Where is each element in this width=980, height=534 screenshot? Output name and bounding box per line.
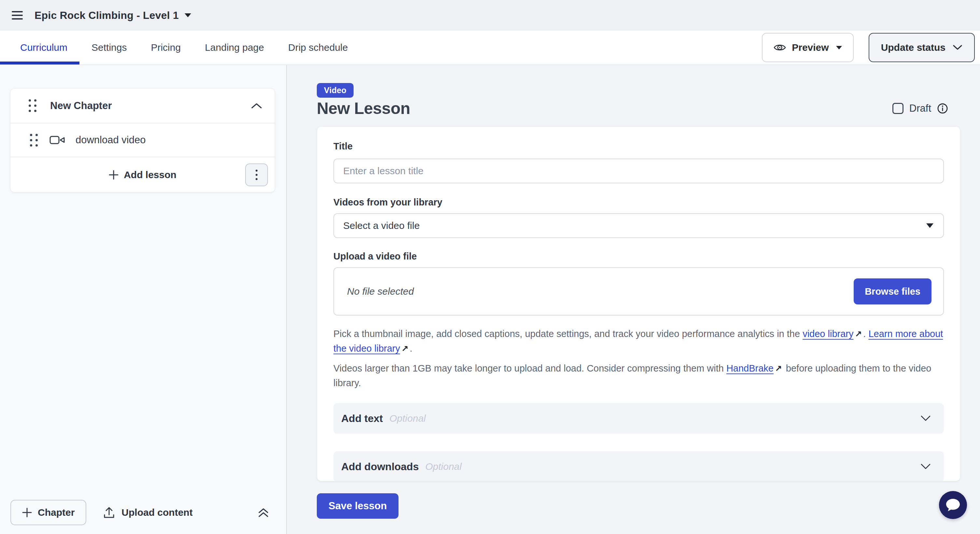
browse-files-button[interactable]: Browse files bbox=[854, 278, 931, 304]
add-chapter-button[interactable]: Chapter bbox=[10, 500, 86, 525]
help-text-segment: . bbox=[410, 343, 412, 354]
tab-landing-page[interactable]: Landing page bbox=[193, 30, 276, 65]
lesson-row[interactable]: download video bbox=[10, 123, 275, 157]
add-lesson-button[interactable]: Add lesson bbox=[109, 169, 177, 180]
caret-down-icon bbox=[926, 223, 934, 228]
add-chapter-label: Chapter bbox=[38, 507, 75, 518]
optional-hint: Optional bbox=[390, 413, 426, 424]
chevron-down-icon bbox=[920, 415, 931, 422]
help-paragraph-1: Pick a thumbnail image, add closed capti… bbox=[333, 327, 944, 356]
course-title: Epic Rock Climbing - Level 1 bbox=[35, 10, 179, 22]
help-text: Pick a thumbnail image, add closed capti… bbox=[333, 327, 944, 390]
speech-bubble-icon bbox=[945, 497, 961, 512]
lesson-editor: Video New Lesson Draft Title bbox=[287, 65, 980, 534]
help-text-segment: Pick a thumbnail image, add closed capti… bbox=[333, 329, 803, 339]
lesson-form-card: Title Videos from your library Select a … bbox=[317, 126, 961, 481]
chapter-menu-button[interactable] bbox=[245, 164, 268, 186]
video-camera-icon bbox=[49, 135, 65, 146]
external-link-icon: ↗ bbox=[401, 344, 409, 354]
optional-hint: Optional bbox=[425, 461, 462, 472]
video-library-select-value: Select a video file bbox=[343, 220, 420, 231]
help-text-segment: . bbox=[863, 329, 868, 339]
body: New Chapter download video bbox=[0, 65, 980, 534]
lesson-title: download video bbox=[76, 134, 146, 146]
upload-icon bbox=[103, 506, 115, 519]
update-status-label: Update status bbox=[881, 42, 945, 53]
draft-checkbox[interactable] bbox=[892, 103, 904, 114]
chevron-up-icon[interactable] bbox=[251, 102, 262, 110]
add-lesson-label: Add lesson bbox=[124, 169, 177, 180]
chapter-card: New Chapter download video bbox=[10, 88, 275, 192]
tab-drip-schedule[interactable]: Drip schedule bbox=[276, 30, 360, 65]
video-library-select[interactable]: Select a video file bbox=[333, 213, 944, 238]
chapter-footer: Add lesson bbox=[10, 157, 275, 192]
lesson-type-badge: Video bbox=[317, 83, 353, 98]
handbrake-link[interactable]: HandBrake bbox=[726, 363, 773, 373]
plus-icon bbox=[109, 170, 119, 180]
sidebar-footer: Chapter Upload content bbox=[0, 491, 286, 534]
chevron-down-icon bbox=[920, 463, 931, 470]
title-field-label: Title bbox=[333, 141, 944, 152]
tab-curriculum[interactable]: Curriculum bbox=[0, 30, 80, 65]
video-library-link[interactable]: video library bbox=[803, 329, 853, 339]
no-file-text: No file selected bbox=[347, 286, 414, 297]
add-text-label: Add text bbox=[341, 413, 383, 424]
external-link-icon: ↗ bbox=[775, 364, 782, 373]
collapse-all-icon[interactable] bbox=[258, 507, 269, 518]
curriculum-sidebar: New Chapter download video bbox=[0, 65, 287, 534]
menu-icon[interactable] bbox=[12, 11, 23, 19]
tabs: Curriculum Settings Pricing Landing page… bbox=[0, 30, 360, 65]
drag-handle-icon[interactable] bbox=[29, 99, 37, 112]
drag-handle-icon[interactable] bbox=[30, 134, 38, 146]
heading-row: New Lesson Draft bbox=[317, 99, 961, 118]
upload-content-button[interactable]: Upload content bbox=[103, 506, 192, 519]
chevron-down-icon bbox=[953, 44, 963, 51]
draft-control: Draft bbox=[892, 103, 948, 114]
eye-icon bbox=[773, 43, 786, 52]
info-icon[interactable] bbox=[937, 103, 948, 114]
chat-widget-button[interactable] bbox=[939, 491, 967, 519]
draft-label: Draft bbox=[909, 103, 931, 114]
preview-button[interactable]: Preview bbox=[762, 33, 853, 62]
add-downloads-label: Add downloads bbox=[341, 461, 419, 473]
preview-label: Preview bbox=[792, 42, 829, 53]
page-title: New Lesson bbox=[317, 99, 410, 118]
caret-down-icon bbox=[836, 46, 842, 49]
add-downloads-accordion[interactable]: Add downloads Optional bbox=[333, 451, 944, 481]
chapter-title: New Chapter bbox=[50, 100, 112, 112]
tab-settings[interactable]: Settings bbox=[80, 30, 139, 65]
save-lesson-button[interactable]: Save lesson bbox=[317, 493, 399, 519]
tab-actions: Preview Update status bbox=[762, 30, 980, 65]
upload-field-label: Upload a video file bbox=[333, 251, 944, 262]
course-switcher[interactable]: Epic Rock Climbing - Level 1 bbox=[35, 10, 191, 22]
course-builder-app: Epic Rock Climbing - Level 1 Curriculum … bbox=[0, 0, 980, 534]
plus-icon bbox=[22, 508, 32, 517]
add-text-accordion[interactable]: Add text Optional bbox=[333, 403, 944, 434]
help-text-segment: Videos larger than 1GB may take longer t… bbox=[333, 363, 726, 373]
help-paragraph-2: Videos larger than 1GB may take longer t… bbox=[333, 361, 944, 390]
lesson-title-input[interactable] bbox=[333, 159, 944, 183]
chapter-header: New Chapter bbox=[10, 89, 275, 123]
upload-dropzone[interactable]: No file selected Browse files bbox=[333, 267, 944, 316]
update-status-button[interactable]: Update status bbox=[869, 33, 975, 62]
tabbar: Curriculum Settings Pricing Landing page… bbox=[0, 30, 980, 65]
library-field-label: Videos from your library bbox=[333, 197, 944, 208]
upload-content-label: Upload content bbox=[121, 507, 192, 518]
topbar: Epic Rock Climbing - Level 1 bbox=[0, 0, 980, 30]
caret-down-icon bbox=[185, 13, 191, 17]
external-link-icon: ↗ bbox=[855, 329, 862, 339]
tab-pricing[interactable]: Pricing bbox=[139, 30, 193, 65]
